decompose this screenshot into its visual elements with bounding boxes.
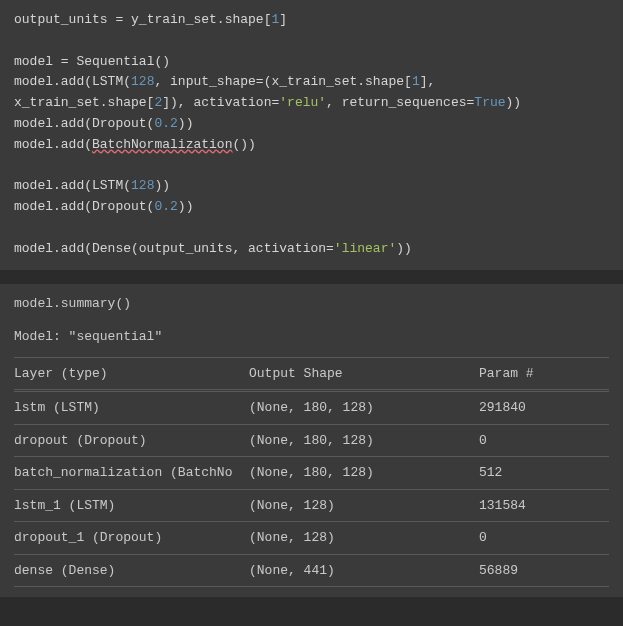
code-line <box>14 156 609 177</box>
table-row: dropout_1 (Dropout) (None, 128) 0 <box>14 522 609 555</box>
cell-param: 56889 <box>479 561 609 581</box>
cell-shape: (None, 128) <box>249 528 479 548</box>
code-line: model.add(Dropout(0.2)) <box>14 197 609 218</box>
cell-param: 131584 <box>479 496 609 516</box>
cell-param: 0 <box>479 431 609 451</box>
cell-shape: (None, 128) <box>249 496 479 516</box>
code-line: model.add(Dropout(0.2)) <box>14 114 609 135</box>
cell-shape: (None, 180, 128) <box>249 431 479 451</box>
table-row: dropout (Dropout) (None, 180, 128) 0 <box>14 425 609 458</box>
cell-layer: lstm (LSTM) <box>14 398 249 418</box>
cell-layer: lstm_1 (LSTM) <box>14 496 249 516</box>
code-cell-1[interactable]: output_units = y_train_set.shape[1] mode… <box>0 0 623 270</box>
table-header: Layer (type) Output Shape Param # <box>14 357 609 391</box>
cell-layer: dense (Dense) <box>14 561 249 581</box>
code-line: model.add(LSTM(128)) <box>14 176 609 197</box>
cell-param: 0 <box>479 528 609 548</box>
cell-shape: (None, 180, 128) <box>249 398 479 418</box>
summary-table: Layer (type) Output Shape Param # lstm (… <box>14 357 609 588</box>
code-line <box>14 218 609 239</box>
code-line: model.add(Dense(output_units, activation… <box>14 239 609 260</box>
code-line: model = Sequential() <box>14 52 609 73</box>
cell-param: 291840 <box>479 398 609 418</box>
code-cell-2[interactable]: model.summary() Model: "sequential" Laye… <box>0 284 623 598</box>
table-row: lstm (LSTM) (None, 180, 128) 291840 <box>14 392 609 425</box>
model-name: Model: "sequential" <box>14 327 609 347</box>
cell-param: 512 <box>479 463 609 483</box>
table-row: lstm_1 (LSTM) (None, 128) 131584 <box>14 490 609 523</box>
cell-layer: batch_normalization (BatchNo <box>14 463 249 483</box>
cell-layer: dropout_1 (Dropout) <box>14 528 249 548</box>
header-param: Param # <box>479 364 609 384</box>
code-line: x_train_set.shape[2]), activation='relu'… <box>14 93 609 114</box>
cell-shape: (None, 180, 128) <box>249 463 479 483</box>
cell-layer: dropout (Dropout) <box>14 431 249 451</box>
code-line <box>14 31 609 52</box>
code-line: output_units = y_train_set.shape[1] <box>14 10 609 31</box>
header-layer: Layer (type) <box>14 364 249 384</box>
cell-shape: (None, 441) <box>249 561 479 581</box>
table-row: dense (Dense) (None, 441) 56889 <box>14 555 609 588</box>
code-line: model.add(BatchNormalization()) <box>14 135 609 156</box>
header-shape: Output Shape <box>249 364 479 384</box>
code-line: model.summary() <box>14 294 609 314</box>
code-line: model.add(LSTM(128, input_shape=(x_train… <box>14 72 609 93</box>
table-row: batch_normalization (BatchNo (None, 180,… <box>14 457 609 490</box>
